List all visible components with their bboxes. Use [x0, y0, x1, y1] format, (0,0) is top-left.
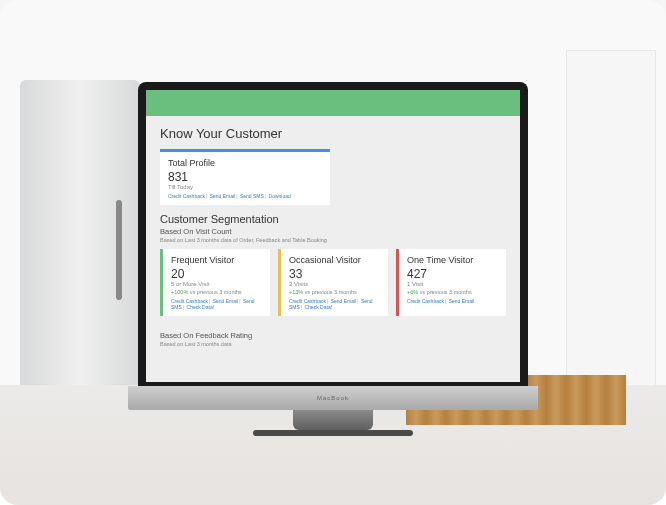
delta: +6%: [407, 289, 418, 295]
page-title: Know Your Customer: [160, 126, 506, 141]
card-value: 20: [171, 267, 262, 281]
check-data-link[interactable]: Check Data!: [305, 304, 333, 310]
send-email-link[interactable]: Send Email: [213, 298, 239, 304]
delta: +13%: [289, 289, 303, 295]
visit-count-note: Based on Last 3 months data of Order, Fe…: [160, 237, 506, 243]
card-value: 33: [289, 267, 380, 281]
card-links: Credit Cashback| Send Email: [407, 298, 498, 304]
total-profile-title: Total Profile: [168, 158, 322, 168]
segmentation-title: Customer Segmentation: [160, 213, 506, 225]
delta: +100%: [171, 289, 188, 295]
card-sub: 1 Visit: [407, 281, 498, 287]
screen: Know Your Customer Total Profile 831 Til…: [146, 90, 520, 382]
card-title: One Time Visitor: [407, 255, 498, 265]
card-value: 427: [407, 267, 498, 281]
laptop-bezel: Know Your Customer Total Profile 831 Til…: [138, 82, 528, 390]
app-content: Know Your Customer Total Profile 831 Til…: [146, 116, 520, 363]
cabinet-decor: [566, 50, 656, 430]
delta-label: vs previous 3 months: [190, 289, 242, 295]
card-links: Credit Cashback| Send Email| Send SMS| C…: [289, 298, 380, 310]
card-sub: 2 Visits: [289, 281, 380, 287]
delta-label: vs previous 3 months: [305, 289, 357, 295]
fridge-handle: [116, 200, 122, 300]
delta-label: vs previous 3 months: [420, 289, 472, 295]
laptop-mockup: Know Your Customer Total Profile 831 Til…: [128, 82, 538, 442]
visit-count-subtitle: Based On Visit Count: [160, 227, 506, 236]
card-change: +100% vs previous 3 months: [171, 289, 262, 295]
credit-cashback-link[interactable]: Credit Cashback: [168, 193, 205, 199]
feedback-note: Based on Last 3 months data: [160, 341, 506, 347]
occasional-visitor-card: Occasional Visitor 33 2 Visits +13% vs p…: [278, 249, 388, 316]
visitor-cards-row: Frequent Visitor 20 5 or More Visit +100…: [160, 249, 506, 324]
send-email-link[interactable]: Send Email: [210, 193, 236, 199]
total-profile-card: Total Profile 831 Till Today Credit Cash…: [160, 149, 330, 205]
laptop-base: MacBook: [128, 386, 538, 410]
credit-cashback-link[interactable]: Credit Cashback: [407, 298, 444, 304]
total-profile-links: Credit Cashback| Send Email| Send SMS| D…: [168, 193, 322, 199]
app-topbar: [146, 90, 520, 116]
send-email-link[interactable]: Send Email: [449, 298, 475, 304]
laptop-brand-label: MacBook: [317, 395, 349, 401]
check-data-link[interactable]: Check Data!: [187, 304, 215, 310]
frequent-visitor-card: Frequent Visitor 20 5 or More Visit +100…: [160, 249, 270, 316]
card-links: Credit Cashback| Send Email| Send SMS| C…: [171, 298, 262, 310]
one-time-visitor-card: One Time Visitor 427 1 Visit +6% vs prev…: [396, 249, 506, 316]
feedback-subtitle: Based On Feedback Rating: [160, 331, 506, 340]
card-title: Frequent Visitor: [171, 255, 262, 265]
download-link[interactable]: Download: [269, 193, 291, 199]
laptop-foot: [293, 410, 373, 430]
card-change: +13% vs previous 3 months: [289, 289, 380, 295]
fridge-decor: [20, 80, 140, 420]
card-change: +6% vs previous 3 months: [407, 289, 498, 295]
send-sms-link[interactable]: Send SMS: [240, 193, 264, 199]
total-profile-subtitle: Till Today: [168, 184, 322, 190]
card-sub: 5 or More Visit: [171, 281, 262, 287]
card-title: Occasional Visitor: [289, 255, 380, 265]
send-email-link[interactable]: Send Email: [331, 298, 357, 304]
total-profile-value: 831: [168, 170, 322, 184]
